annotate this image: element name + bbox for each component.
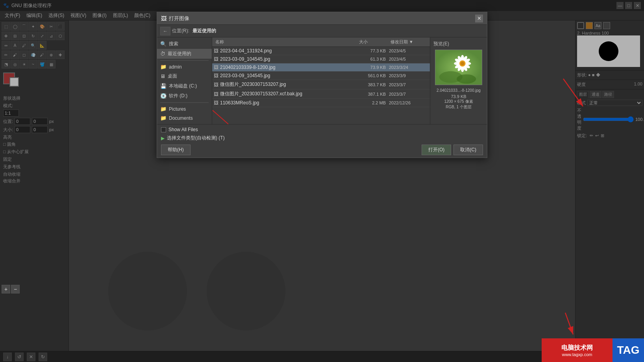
help-button[interactable]: 帮助(H) — [161, 145, 191, 155]
file-row[interactable]: 🖼 微信图片_20230307153207.xcf.bak.jpg 387.1 … — [212, 89, 430, 99]
col-date[interactable]: 修改日期 ▼ — [389, 39, 428, 45]
show-all-row: Show All Files — [161, 127, 483, 132]
dialog-body: 🔍 搜索 ⏱ 最近使用的 📁 admin 🖥 桌面 💾 — [157, 37, 487, 124]
dialog-btn-group: 打开(O) 取消(C) — [422, 145, 483, 155]
col-name[interactable]: 名称 — [214, 39, 357, 45]
d-drive-icon: 💽 — [160, 93, 167, 99]
sidebar-item-recent[interactable]: ⏱ 最近使用的 — [157, 49, 212, 59]
file-size: 73.9 KB — [357, 65, 389, 70]
file-size: 61.3 KB — [357, 57, 389, 61]
sidebar-documents-label: Documents — [169, 115, 193, 121]
admin-icon: 📁 — [160, 64, 167, 70]
file-name: 2023-03-09_104545.jpg — [220, 73, 357, 78]
file-date: 2023/3/9 — [389, 73, 428, 78]
sidebar-admin-label: admin — [169, 64, 182, 70]
file-row[interactable]: 🖼 2023-03-09_104545.jpg 561.0 KB 2023/3/… — [212, 72, 430, 80]
file-icon: 🖼 — [214, 82, 218, 87]
open-button[interactable]: 打开(O) — [422, 145, 451, 155]
file-name: 110633MReoS.jpg — [220, 100, 357, 106]
file-date: 2022/12/26 — [389, 100, 428, 105]
dialog-close-button[interactable]: ✕ — [475, 15, 483, 22]
file-icon: 🖼 — [214, 65, 218, 70]
file-date: 2023/3/7 — [389, 92, 428, 97]
preview-info: RGB, 1 个图层 — [446, 104, 472, 110]
sidebar-item-documents[interactable]: 📁 Documents — [157, 113, 212, 123]
dialog-breadcrumb: 最近使用的 — [192, 28, 216, 34]
sidebar-recent-label: 最近使用的 — [168, 50, 191, 57]
file-size: 77.3 KB — [357, 48, 389, 53]
dialog-back-button[interactable]: ← — [160, 27, 170, 35]
sidebar-item-d-drive[interactable]: 💽 软件 (D:) — [157, 91, 212, 101]
sidebar-pictures-label: Pictures — [169, 106, 186, 112]
sidebar-d-drive-label: 软件 (D:) — [169, 93, 187, 99]
file-date: 2023/3/7 — [389, 82, 428, 87]
preview-dims: 1200 × 675 像素 — [444, 99, 473, 104]
dialog-toolbar: ← 位置(R): 最近使用的 — [157, 25, 487, 37]
dialog-sidebar: 🔍 搜索 ⏱ 最近使用的 📁 admin 🖥 桌面 💾 — [157, 37, 212, 124]
arrow-to-preview — [559, 75, 591, 114]
sidebar-item-admin[interactable]: 📁 admin — [157, 62, 212, 71]
file-icon: 🖼 — [214, 100, 218, 106]
file-icon: 🖼 — [214, 91, 218, 97]
dialog-bottom: Show All Files ▶ 选择文件类型(自动检测) (T) 帮助(H) — [157, 124, 487, 158]
file-row[interactable]: 🖼 2023-04-04_131924.png 77.3 KB 2023/4/5 — [212, 47, 430, 55]
dialog-title-icon: 🖼 — [161, 15, 167, 22]
preview-label: 预览(E) — [433, 41, 449, 47]
file-icon: 🖼 — [214, 73, 218, 78]
sidebar-item-search[interactable]: 🔍 搜索 — [157, 39, 212, 49]
file-dialog: 🖼 打开图像 ✕ ← 位置(R): 最近使用的 🔍 搜索 ⏱ 最近使用的 — [157, 12, 487, 158]
dialog-location-label: 位置(R): — [172, 28, 189, 34]
file-name: 2023-03-09_104545.jpg — [220, 56, 357, 62]
file-size: 383.7 KB — [357, 82, 389, 87]
dialog-title-bar: 🖼 打开图像 ✕ — [157, 12, 487, 25]
file-row-selected[interactable]: 🖼 210402103339-8-1200.jpg 73.9 KB 2023/3… — [212, 63, 430, 72]
file-date: 2023/4/5 — [389, 48, 428, 53]
pictures-icon: 📁 — [160, 106, 167, 112]
sidebar-item-desktop[interactable]: 🖥 桌面 — [157, 71, 212, 81]
file-list-header: 名称 大小 修改日期 ▼ — [212, 37, 430, 47]
dialog-overlay: 🖼 打开图像 ✕ ← 位置(R): 最近使用的 🔍 搜索 ⏱ 最近使用的 — [0, 0, 644, 362]
expand-icon[interactable]: ▶ — [161, 136, 165, 141]
documents-icon: 📁 — [160, 115, 167, 121]
file-type-label: 选择文件类型(自动检测) (T) — [167, 135, 225, 141]
search-icon: 🔍 — [160, 41, 167, 47]
file-size: 561.0 KB — [357, 73, 389, 78]
preview-image — [435, 50, 482, 85]
preview-filename: 2.04021033...-8-1200.jpg — [437, 88, 481, 93]
dialog-title-text: 打开图像 — [169, 15, 189, 22]
file-name: 微信图片_20230307153207.jpg — [220, 81, 357, 88]
file-row[interactable]: 🖼 2023-03-09_104545.jpg 61.3 KB 2023/4/5 — [212, 55, 430, 63]
show-all-label: Show All Files — [168, 127, 198, 132]
dialog-file-area: 名称 大小 修改日期 ▼ 🖼 2023-04-04_131924.png 77.… — [212, 37, 430, 124]
dialog-actions: 帮助(H) 打开(O) 取消(C) — [161, 145, 483, 155]
sidebar-item-pictures[interactable]: 📁 Pictures — [157, 104, 212, 113]
dialog-title-left: 🖼 打开图像 — [161, 15, 189, 22]
sidebar-separator-1 — [160, 60, 209, 61]
sidebar-item-c-drive[interactable]: 💾 本地磁盘 (C:) — [157, 81, 212, 91]
sidebar-c-drive-label: 本地磁盘 (C:) — [169, 83, 197, 89]
watermark-blue-area: TAG — [613, 338, 644, 362]
dialog-preview: 预览(E) — [430, 37, 487, 124]
sidebar-desktop-label: 桌面 — [168, 73, 177, 80]
watermark: 电脑技术网 www.tagxp.com TAG — [542, 338, 644, 362]
col-size[interactable]: 大小 — [357, 39, 389, 45]
file-date: 2023/3/24 — [389, 65, 428, 70]
file-date: 2023/4/5 — [389, 57, 428, 61]
cancel-button[interactable]: 取消(C) — [453, 145, 483, 155]
file-name: 微信图片_20230307153207.xcf.bak.jpg — [220, 91, 357, 97]
file-list: 🖼 2023-04-04_131924.png 77.3 KB 2023/4/5… — [212, 47, 430, 124]
file-row[interactable]: 🖼 110633MReoS.jpg 2.2 MB 2022/12/26 — [212, 99, 430, 107]
sidebar-search-label: 搜索 — [169, 41, 178, 47]
file-size: 387.1 KB — [357, 92, 389, 97]
recent-icon: ⏱ — [160, 51, 165, 57]
preview-svg — [435, 50, 482, 85]
show-all-checkbox[interactable] — [161, 127, 166, 132]
file-name: 2023-04-04_131924.png — [220, 48, 357, 54]
arrow-to-open — [542, 309, 581, 340]
watermark-tag: TAG — [617, 344, 639, 356]
sidebar-separator-2 — [160, 102, 209, 103]
file-icon: 🖼 — [214, 56, 218, 62]
preview-filesize: 73.9 KB — [451, 94, 466, 99]
file-row[interactable]: 🖼 微信图片_20230307153207.jpg 383.7 KB 2023/… — [212, 80, 430, 89]
desktop-icon: 🖥 — [160, 73, 165, 79]
